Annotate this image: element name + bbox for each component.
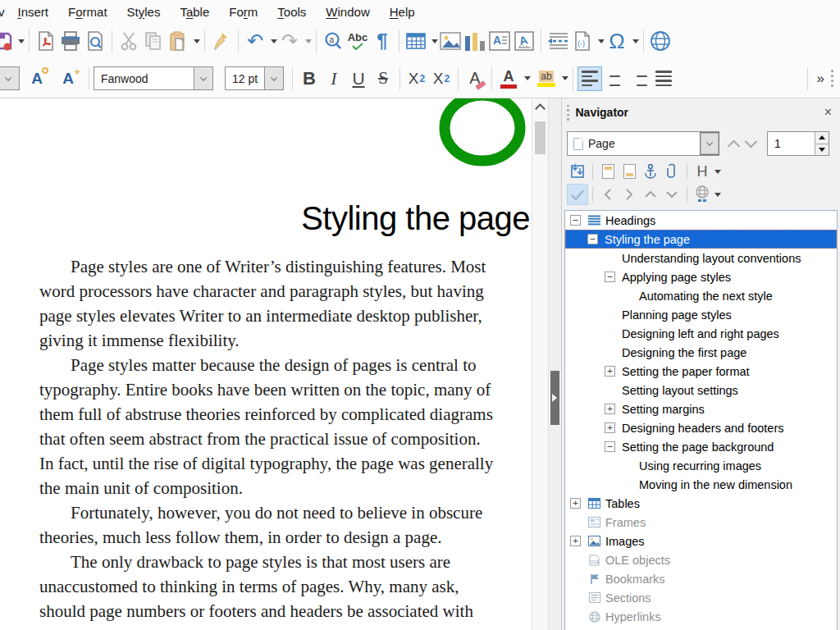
header-button[interactable] (597, 161, 619, 182)
tree-item-ole-objects[interactable]: OLEOLE objects (565, 550, 837, 569)
export-pdf-button[interactable] (34, 27, 58, 55)
subscript-button[interactable]: X 2 (429, 65, 454, 93)
document-text-line[interactable]: In fact, until the rise of digital typog… (39, 451, 532, 476)
tree-item-automating-the-next-style[interactable]: Automating the next style (565, 286, 837, 305)
document-text-line[interactable]: page styles elevates Writer to an interm… (39, 304, 532, 328)
navigate-by-combo[interactable]: Page (567, 131, 719, 156)
tree-item-using-recurring-images[interactable]: Using recurring images (565, 456, 837, 475)
show-draw-functions-button[interactable]: A (512, 27, 536, 55)
footer-button[interactable] (619, 161, 640, 182)
tree-item-tables[interactable]: +Tables (565, 494, 837, 513)
menu-styles[interactable]: Styles (117, 2, 171, 22)
italic-button[interactable]: I (322, 65, 346, 93)
insert-table-dropdown[interactable] (431, 39, 438, 43)
menu-table[interactable]: Table (170, 2, 219, 22)
save-dropdown[interactable] (18, 39, 25, 43)
document-text-line[interactable]: Page styles are one of Writer’s distingu… (39, 254, 532, 279)
tree-item-applying-page-styles[interactable]: −Applying page styles (565, 267, 837, 286)
insert-chart-button[interactable] (463, 27, 487, 55)
align-left-button[interactable] (578, 66, 602, 91)
anchor-text-button[interactable] (640, 161, 661, 182)
tree-item-setting-layout-settings[interactable]: Setting layout settings (565, 381, 837, 399)
new-style-button[interactable]: A+ (56, 65, 80, 93)
tree-item-designing-left-and-right-pages[interactable]: Designing left and right pages (565, 324, 837, 343)
collapse-icon[interactable]: − (570, 215, 581, 226)
paragraph-style-dropdown[interactable] (0, 67, 19, 89)
menu-tools[interactable]: Tools (267, 2, 316, 22)
font-name-dropdown[interactable] (194, 67, 212, 89)
redo-button[interactable]: ↷ (277, 27, 302, 55)
copy-button[interactable] (141, 27, 166, 55)
clear-formatting-button[interactable]: A (463, 65, 487, 93)
document-text-line[interactable]: The only drawback to page styles is that… (39, 550, 532, 574)
tree-item-designing-headers-and-footers[interactable]: +Designing headers and footers (565, 418, 837, 437)
document-canvas[interactable]: Styling the page Page styles are one of … (0, 98, 532, 630)
menu-insert[interactable]: Insert (8, 2, 59, 22)
insert-table-button[interactable] (404, 27, 428, 55)
reminder-button[interactable] (661, 161, 682, 182)
toggle-master-view-button[interactable] (567, 161, 588, 182)
expand-icon[interactable]: + (605, 366, 615, 377)
tree-item-frames[interactable]: Frames (565, 513, 837, 532)
spin-down-button[interactable] (815, 144, 829, 156)
font-size-combo[interactable]: 12 pt (225, 66, 284, 90)
document-text-line[interactable]: giving it immense flexibility. (39, 328, 532, 353)
document-text-line[interactable]: Fortunately, however, you do not need to… (39, 500, 532, 525)
special-character-dropdown[interactable] (632, 39, 639, 43)
document-text-line[interactable]: that often seem abstract from the practi… (39, 427, 532, 451)
promote-level-button[interactable] (640, 184, 661, 205)
insert-page-break-button[interactable] (546, 27, 570, 55)
document-text-line[interactable]: unaccustomed to thinking in terms of pag… (39, 574, 532, 599)
document-text-line[interactable]: them full of abstruse theories reinforce… (39, 402, 532, 427)
previous-page-button[interactable] (728, 139, 741, 153)
document-text-line[interactable]: Page styles matter because the design of… (39, 353, 532, 377)
find-replace-button[interactable]: a (321, 27, 345, 55)
document-text-line[interactable]: should page numbers or footers and heade… (39, 599, 532, 623)
insert-image-button[interactable] (438, 27, 463, 55)
superscript-button[interactable]: X 2 (404, 65, 429, 93)
tree-item-planning-page-styles[interactable]: Planning page styles (565, 305, 837, 324)
expand-icon[interactable]: + (605, 404, 615, 414)
tree-item-moving-in-the-new-dimension[interactable]: Moving in the new dimension (565, 475, 837, 494)
font-size-dropdown[interactable] (264, 67, 283, 89)
underline-button[interactable]: U (346, 65, 371, 93)
undo-button[interactable]: ↶ (243, 27, 267, 55)
tree-item-partial[interactable] (565, 626, 837, 630)
strikethrough-button[interactable]: S (371, 65, 395, 93)
navigate-by-dropdown[interactable] (700, 132, 719, 155)
toolbar-overflow-button[interactable]: » (817, 71, 824, 87)
menu-window[interactable]: Window (316, 2, 379, 22)
paragraph-style-combo[interactable] (0, 66, 20, 90)
align-justify-button[interactable] (651, 66, 676, 91)
save-button[interactable] (0, 27, 15, 55)
font-color-dropdown[interactable] (524, 76, 531, 80)
sidebar-hide-handle[interactable] (550, 371, 559, 425)
tree-item-styling-the-page[interactable]: −Styling the page (565, 230, 837, 249)
page-number-spinner[interactable]: 1 (767, 131, 829, 156)
drag-mode-button[interactable] (692, 184, 713, 205)
print-button[interactable] (58, 27, 83, 55)
next-page-button[interactable] (745, 135, 758, 148)
document-scrollbar[interactable] (532, 98, 548, 630)
tree-item-setting-the-page-background[interactable]: −Setting the page background (565, 437, 837, 456)
insert-textbox-button[interactable]: A (487, 27, 512, 55)
list-box-toggle-button[interactable] (567, 184, 588, 205)
expand-icon[interactable]: + (605, 422, 615, 433)
insert-field-button[interactable]: (-) (570, 27, 595, 55)
update-style-button[interactable]: A (25, 65, 49, 93)
collapse-icon[interactable]: − (587, 234, 598, 244)
font-name-combo[interactable]: Fanwood (94, 66, 213, 90)
tree-item-sections[interactable]: Sections (565, 588, 837, 607)
font-color-button[interactable]: A (496, 65, 521, 93)
document-text-line[interactable]: the main unit of composition. (39, 476, 532, 500)
expand-icon[interactable]: + (570, 498, 581, 509)
align-center-button[interactable] (602, 66, 627, 91)
cut-button[interactable] (116, 27, 141, 55)
highlight-color-button[interactable]: ab (534, 65, 559, 93)
insert-field-dropdown[interactable] (598, 39, 605, 43)
formatting-marks-button[interactable]: ¶ (370, 27, 395, 55)
collapse-icon[interactable]: − (605, 272, 615, 282)
tree-item-bookmarks[interactable]: Bookmarks (565, 569, 837, 588)
bold-button[interactable]: B (297, 65, 322, 93)
spelling-button[interactable]: Abc (345, 27, 370, 55)
